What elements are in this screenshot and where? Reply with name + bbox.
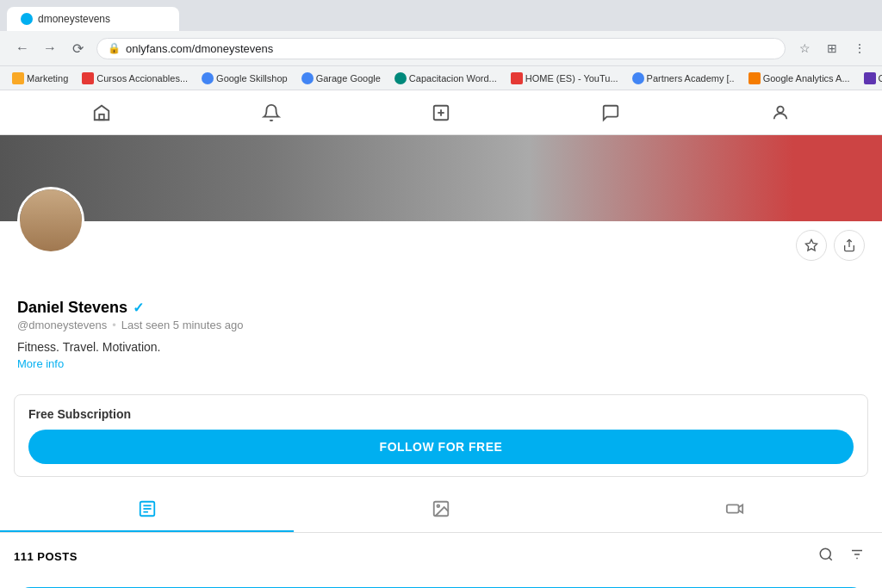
bookmark-label: Cómo crea bbox=[879, 73, 882, 84]
avatar bbox=[17, 187, 84, 254]
profile-bio: Fitness. Travel. Motivation. bbox=[17, 340, 865, 354]
bookmark-skillshop[interactable]: Google Skillshop bbox=[196, 71, 293, 86]
svg-line-15 bbox=[829, 557, 831, 560]
bookmark-icon bbox=[82, 72, 94, 84]
page-nav bbox=[0, 90, 882, 135]
profile-nav-icon[interactable] bbox=[763, 96, 798, 130]
tab-videos[interactable] bbox=[588, 487, 882, 532]
profile-handle-row: @dmoneystevens • Last seen 5 minutes ago bbox=[17, 319, 865, 331]
tab-favicon bbox=[21, 13, 33, 25]
tab-photos[interactable] bbox=[294, 487, 587, 532]
lock-icon: 🔒 bbox=[108, 42, 121, 54]
bookmark-home-yt[interactable]: HOME (ES) - YouTu... bbox=[506, 71, 624, 86]
profile-info: Daniel Stevens ✓ @dmoneystevens • Last s… bbox=[17, 261, 865, 370]
extension-icon[interactable]: ⊞ bbox=[820, 36, 844, 60]
bookmark-cursos[interactable]: Cursos Accionables... bbox=[77, 71, 193, 86]
share-button[interactable] bbox=[834, 230, 865, 261]
browser-tab[interactable]: dmoneystevens bbox=[7, 7, 179, 31]
subscription-title: Free Subscription bbox=[28, 407, 854, 421]
nav-buttons: ← → ⟳ bbox=[10, 36, 90, 60]
bio-text: Fitness. Travel. Motivation. bbox=[17, 340, 161, 354]
forward-button[interactable]: → bbox=[38, 36, 62, 60]
home-nav-icon[interactable] bbox=[84, 96, 119, 130]
profile-actions bbox=[17, 221, 865, 261]
bookmark-garage[interactable]: Garage Google bbox=[296, 71, 386, 86]
bookmark-label: Marketing bbox=[27, 73, 68, 84]
filter-posts-button[interactable] bbox=[846, 543, 868, 570]
bookmarks-bar: Marketing Cursos Accionables... Google S… bbox=[0, 65, 882, 90]
profile-name: Daniel Stevens ✓ bbox=[17, 299, 865, 317]
verified-badge-icon: ✓ bbox=[133, 300, 144, 316]
profile-handle-text: @dmoneystevens bbox=[17, 319, 107, 331]
posts-header: 111 POSTS bbox=[0, 533, 882, 580]
messages-nav-icon[interactable] bbox=[593, 96, 628, 130]
cover-background bbox=[0, 135, 882, 221]
bookmark-analytics[interactable]: Google Analytics A... bbox=[743, 71, 855, 86]
bookmark-icon bbox=[202, 72, 214, 84]
more-info-link[interactable]: More info bbox=[17, 357, 64, 370]
content-tabs bbox=[0, 487, 882, 533]
browser-address-bar: ← → ⟳ 🔒 onlyfans.com/dmoneystevens ☆ ⊞ ⋮ bbox=[0, 31, 882, 65]
bookmark-como[interactable]: Cómo crea bbox=[859, 71, 882, 86]
browser-tab-bar: dmoneystevens bbox=[0, 0, 882, 31]
bookmark-capacitacion[interactable]: Capacitacion Word... bbox=[389, 71, 502, 86]
browser-toolbar-icons: ☆ ⊞ ⋮ bbox=[792, 36, 872, 60]
browser-chrome: dmoneystevens ← → ⟳ 🔒 onlyfans.com/dmone… bbox=[0, 0, 882, 90]
bookmark-icon bbox=[511, 72, 523, 84]
search-posts-button[interactable] bbox=[815, 543, 837, 570]
follow-for-free-button[interactable]: FOLLOW FOR FREE bbox=[28, 430, 854, 464]
address-text: onlyfans.com/dmoneystevens bbox=[126, 42, 774, 55]
menu-icon[interactable]: ⋮ bbox=[848, 36, 872, 60]
bookmark-icon bbox=[632, 72, 644, 84]
svg-rect-0 bbox=[100, 114, 105, 119]
bookmark-icon bbox=[864, 72, 876, 84]
subscription-box: Free Subscription FOLLOW FOR FREE bbox=[14, 394, 868, 477]
bookmark-label: Google Skillshop bbox=[216, 73, 288, 84]
posts-actions-row bbox=[815, 543, 868, 570]
profile-section: Daniel Stevens ✓ @dmoneystevens • Last s… bbox=[0, 221, 882, 384]
avatar-image bbox=[20, 189, 82, 251]
bookmark-icon bbox=[748, 72, 761, 84]
svg-point-4 bbox=[777, 106, 783, 112]
load-previous-wrap: LOAD PREVIOUS POSTS bbox=[0, 580, 882, 588]
bookmark-label: HOME (ES) - YouTu... bbox=[525, 73, 618, 84]
bookmark-icon bbox=[394, 72, 407, 84]
tab-title: dmoneystevens bbox=[38, 13, 110, 25]
profile-name-text: Daniel Stevens bbox=[17, 299, 127, 317]
posts-count: 111 POSTS bbox=[14, 550, 78, 563]
bookmark-label: Cursos Accionables... bbox=[96, 73, 188, 84]
svg-rect-13 bbox=[727, 504, 739, 512]
favorite-button[interactable] bbox=[796, 230, 827, 261]
notifications-nav-icon[interactable] bbox=[254, 96, 289, 130]
svg-marker-5 bbox=[805, 239, 817, 251]
bookmark-partners[interactable]: Partners Academy [.. bbox=[627, 71, 740, 86]
reload-button[interactable]: ⟳ bbox=[65, 36, 90, 60]
last-seen-text: Last seen 5 minutes ago bbox=[121, 319, 244, 331]
bookmark-icon bbox=[301, 72, 314, 84]
separator: • bbox=[112, 319, 116, 331]
star-icon[interactable]: ☆ bbox=[792, 36, 817, 60]
bookmark-label: Partners Academy [.. bbox=[647, 73, 735, 84]
bookmark-icon bbox=[12, 72, 24, 84]
svg-point-14 bbox=[820, 548, 830, 559]
svg-point-12 bbox=[437, 504, 439, 507]
address-field[interactable]: 🔒 onlyfans.com/dmoneystevens bbox=[96, 38, 786, 59]
create-nav-icon[interactable] bbox=[424, 96, 458, 130]
bookmark-marketing[interactable]: Marketing bbox=[7, 71, 73, 86]
bookmark-label: Google Analytics A... bbox=[763, 73, 850, 84]
bookmark-label: Garage Google bbox=[316, 73, 381, 84]
tab-posts[interactable] bbox=[0, 487, 294, 532]
back-button[interactable]: ← bbox=[10, 36, 34, 60]
cover-photo bbox=[0, 135, 882, 221]
bookmark-label: Capacitacion Word... bbox=[409, 73, 497, 84]
